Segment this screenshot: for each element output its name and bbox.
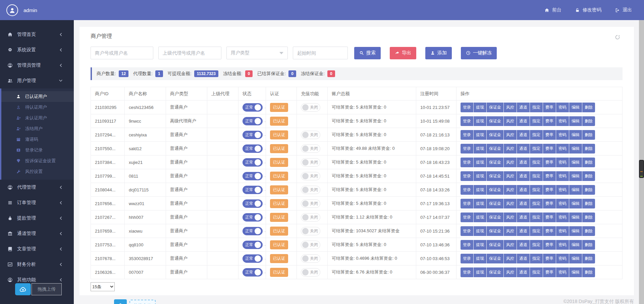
op-assign-button[interactable]: 指定	[530, 199, 543, 208]
op-withdraw-button[interactable]: 提现	[474, 103, 486, 112]
sidebar-item-channel-manage[interactable]: 通道管理	[0, 226, 74, 241]
op-login-button[interactable]: 登录	[461, 130, 473, 140]
avatar[interactable]	[6, 4, 18, 16]
auth-badge[interactable]: 已认证	[270, 130, 288, 139]
op-withdraw-button[interactable]: 提现	[474, 226, 486, 236]
op-assign-button[interactable]: 指定	[530, 212, 543, 222]
op-login-button[interactable]: 登录	[461, 171, 473, 181]
sidebar-item-complaint-deposit-settings[interactable]: 投诉保证金设置	[1, 156, 74, 166]
op-edit-button[interactable]: 编辑	[569, 199, 582, 208]
drag-upload-label[interactable]: 拖拽上传	[129, 300, 156, 304]
op-delete-button[interactable]: 删除	[582, 212, 595, 222]
op-risk-button[interactable]: 风控	[504, 130, 517, 140]
op-deposit-button[interactable]: 保证金	[487, 144, 503, 154]
op-edit-button[interactable]: 编辑	[569, 171, 582, 181]
op-channel-button[interactable]: 通道	[517, 144, 530, 154]
op-deposit-button[interactable]: 保证金	[487, 226, 503, 236]
op-password-button[interactable]: 密码	[556, 267, 569, 277]
op-login-button[interactable]: 登录	[461, 212, 473, 222]
op-channel-button[interactable]: 通道	[517, 267, 530, 277]
op-password-button[interactable]: 密码	[556, 254, 569, 263]
op-channel-button[interactable]: 通道	[517, 130, 530, 140]
op-deposit-button[interactable]: 保证金	[487, 116, 503, 126]
op-assign-button[interactable]: 指定	[530, 226, 543, 236]
upload-button[interactable]	[114, 299, 127, 304]
op-deposit-button[interactable]: 保证金	[487, 171, 503, 181]
status-toggle[interactable]: 正常	[243, 227, 263, 235]
op-rate-button[interactable]: 费率	[543, 240, 556, 250]
page-size-select[interactable]: 15条	[91, 282, 115, 291]
sidebar-item-verified-users[interactable]: 已认证用户	[1, 91, 74, 102]
op-rate-button[interactable]: 费率	[543, 103, 556, 112]
op-rate-button[interactable]: 费率	[543, 116, 556, 126]
op-delete-button[interactable]: 删除	[582, 130, 595, 140]
op-channel-button[interactable]: 通道	[517, 212, 530, 222]
op-assign-button[interactable]: 指定	[530, 240, 543, 250]
status-toggle[interactable]: 正常	[243, 241, 263, 249]
op-deposit-button[interactable]: 保证金	[487, 103, 503, 112]
op-assign-button[interactable]: 指定	[530, 144, 543, 154]
op-password-button[interactable]: 密码	[556, 185, 569, 195]
op-assign-button[interactable]: 指定	[530, 267, 543, 277]
op-deposit-button[interactable]: 保证金	[487, 254, 503, 263]
op-deposit-button[interactable]: 保证金	[487, 185, 503, 195]
op-assign-button[interactable]: 指定	[530, 103, 543, 112]
op-edit-button[interactable]: 编辑	[569, 226, 582, 236]
op-assign-button[interactable]: 指定	[530, 254, 543, 263]
recharge-toggle[interactable]: 关闭	[301, 268, 320, 277]
op-rate-button[interactable]: 费率	[543, 226, 556, 236]
op-assign-button[interactable]: 指定	[530, 158, 543, 167]
status-toggle[interactable]: 正常	[243, 131, 263, 139]
op-password-button[interactable]: 密码	[556, 116, 569, 126]
op-channel-button[interactable]: 通道	[517, 254, 530, 263]
op-login-button[interactable]: 登录	[461, 185, 473, 195]
auth-badge[interactable]: 已认证	[270, 103, 288, 112]
op-withdraw-button[interactable]: 提现	[474, 171, 486, 181]
recharge-toggle[interactable]: 关闭	[301, 199, 320, 208]
status-toggle[interactable]: 正常	[243, 186, 263, 194]
op-withdraw-button[interactable]: 提现	[474, 185, 486, 195]
status-toggle[interactable]: 正常	[243, 103, 263, 112]
op-edit-button[interactable]: 编辑	[569, 130, 582, 140]
op-channel-button[interactable]: 通道	[517, 226, 530, 236]
op-risk-button[interactable]: 风控	[504, 158, 517, 167]
op-risk-button[interactable]: 风控	[504, 226, 517, 236]
op-delete-button[interactable]: 删除	[582, 254, 595, 263]
op-deposit-button[interactable]: 保证金	[487, 130, 503, 140]
op-login-button[interactable]: 登录	[461, 158, 473, 167]
search-button[interactable]: 搜索	[354, 47, 381, 59]
op-deposit-button[interactable]: 保证金	[487, 267, 503, 277]
op-withdraw-button[interactable]: 提现	[474, 254, 486, 263]
op-login-button[interactable]: 登录	[461, 254, 473, 263]
op-delete-button[interactable]: 删除	[582, 199, 595, 208]
status-toggle[interactable]: 正常	[243, 254, 263, 263]
start-time-input[interactable]	[293, 47, 348, 59]
op-deposit-button[interactable]: 保证金	[487, 212, 503, 222]
op-assign-button[interactable]: 指定	[530, 171, 543, 181]
op-risk-button[interactable]: 风控	[504, 185, 517, 195]
sidebar-item-withdraw-manage[interactable]: 提款管理	[0, 210, 74, 226]
op-delete-button[interactable]: 删除	[582, 158, 595, 167]
sidebar-item-dashboard[interactable]: 管理首页	[0, 27, 74, 42]
status-toggle[interactable]: 正常	[243, 144, 263, 153]
sidebar-item-agent-manage[interactable]: 代理管理	[0, 180, 74, 195]
auth-badge[interactable]: 已认证	[270, 254, 288, 263]
op-withdraw-button[interactable]: 提现	[474, 144, 486, 154]
status-toggle[interactable]: 正常	[243, 158, 263, 167]
op-login-button[interactable]: 登录	[461, 226, 473, 236]
recharge-toggle[interactable]: 关闭	[301, 131, 320, 139]
drag-upload-label[interactable]: 拖拽上传	[32, 283, 62, 295]
op-assign-button[interactable]: 指定	[530, 185, 543, 195]
sidebar-item-user-manage[interactable]: 用户管理	[0, 73, 74, 88]
op-password-button[interactable]: 密码	[556, 171, 569, 181]
recharge-toggle[interactable]: 关闭	[301, 158, 320, 167]
topnav-frontend[interactable]: 前台	[544, 7, 561, 13]
status-toggle[interactable]: 正常	[243, 199, 263, 208]
op-risk-button[interactable]: 风控	[504, 103, 517, 112]
recharge-toggle[interactable]: 关闭	[301, 241, 320, 249]
op-rate-button[interactable]: 费率	[543, 254, 556, 263]
op-password-button[interactable]: 密码	[556, 199, 569, 208]
op-deposit-button[interactable]: 保证金	[487, 240, 503, 250]
sidebar-item-invite-code[interactable]: 邀请码	[1, 134, 74, 145]
auth-badge[interactable]: 已认证	[270, 172, 288, 181]
